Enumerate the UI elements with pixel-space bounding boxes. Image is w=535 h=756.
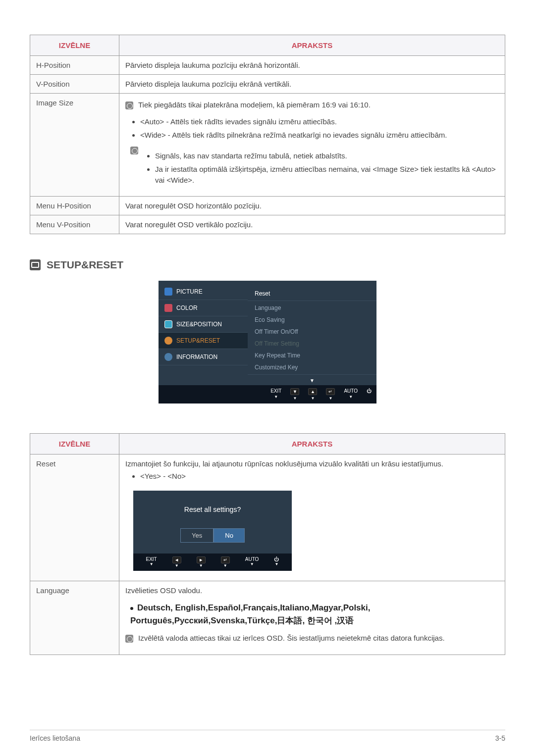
language-desc: Izvēlieties OSD valodu. — [125, 586, 499, 595]
down-button-icon: ▼ — [290, 388, 299, 395]
note-text: Tiek piegādāts tikai platekrāna modeļiem… — [138, 101, 371, 109]
osd-right-item: Customized Key — [248, 361, 376, 373]
osd-menu-item: SIZE&POSITION — [159, 316, 248, 333]
power-icon: ⏻ — [367, 388, 372, 394]
arrow-down-icon: ▼ — [248, 376, 376, 385]
section-heading: SETUP&RESET — [30, 259, 505, 271]
col-header-desc: APRAKSTS — [119, 35, 505, 56]
bullet-list: <Yes> - <No> — [125, 471, 499, 482]
dialog-title: Reset all settings? — [133, 505, 292, 513]
no-button: No — [214, 528, 245, 543]
osd-menu-item: COLOR — [159, 300, 248, 316]
setup-icon — [164, 337, 172, 345]
note-icon — [130, 147, 138, 154]
osd-menu-item: INFORMATION — [159, 349, 248, 365]
auto-label: AUTO — [344, 388, 358, 394]
osd-right-item: Language — [248, 302, 376, 314]
list-item: <Yes> - <No> — [140, 471, 499, 482]
size-icon — [164, 320, 172, 328]
exit-label: EXIT — [146, 556, 157, 562]
table-row: Image Size Tiek piegādāts tikai platekrā… — [30, 94, 505, 197]
page-footer: Ierīces lietošana 3-5 — [30, 730, 505, 742]
footer-right: 3-5 — [495, 734, 505, 742]
table-row: V-Position Pārvieto displeja laukuma poz… — [30, 75, 505, 94]
col-header-desc: APRAKSTS — [119, 433, 505, 454]
row-desc: Tiek piegādāts tikai platekrāna modeļiem… — [119, 94, 505, 197]
row-desc: Varat noregulēt OSD horizontālo pozīciju… — [119, 196, 505, 215]
list-item: <Wide> - Attēls tiek rādīts pilnekrāna r… — [140, 130, 499, 141]
osd-left-panel: PICTURE COLOR SIZE&POSITION SETUP&RESET … — [159, 284, 248, 365]
list-item: Signāls, kas nav standarta režīmu tabulā… — [155, 151, 499, 162]
row-label: Menu V-Position — [30, 215, 119, 234]
row-label: H-Position — [30, 56, 119, 75]
row-desc: Pārvieto displeja laukuma pozīciju ekrān… — [119, 56, 505, 75]
row-label: Language — [30, 581, 119, 655]
osd-right-panel: Reset Language Eco Saving Off Timer On/O… — [248, 284, 376, 385]
osd-right-item: Off Timer Setting — [248, 338, 376, 350]
bullet-icon — [130, 607, 133, 610]
row-desc: Izvēlieties OSD valodu. Deutsch, English… — [119, 581, 505, 655]
bullet-list: <Auto> - Attēls tiek rādīts ievades sign… — [125, 116, 499, 141]
osd-right-item: Eco Saving — [248, 314, 376, 326]
enter-button-icon: ↵ — [326, 388, 335, 395]
picture-icon — [164, 288, 172, 296]
list-item: Ja ir iestatīta optimālā izšķirtspēja, i… — [155, 164, 499, 186]
osd-menu-item-selected: SETUP&RESET — [159, 333, 248, 349]
position-table: IZVĒLNE APRAKSTS H-Position Pārvieto dis… — [30, 35, 505, 234]
osd-bottombar: EXIT▼ ▼▼ ▲▼ ↵▼ AUTO▼ ⏻ — [159, 385, 376, 403]
col-header-menu: IZVĒLNE — [30, 35, 119, 56]
left-button-icon: ◄ — [172, 556, 181, 563]
auto-label: AUTO — [245, 556, 259, 562]
reset-dialog-screenshot: Reset all settings? Yes No EXIT▼ ◄▼ ►▼ ↵… — [133, 491, 292, 571]
row-label: Image Size — [30, 94, 119, 197]
right-button-icon: ► — [197, 556, 206, 563]
row-desc: Pārvieto displeja laukuma pozīciju ekrān… — [119, 75, 505, 94]
enter-button-icon: ↵ — [221, 556, 230, 563]
osd-right-item: Off Timer On/Off — [248, 326, 376, 338]
power-icon: ⏻ — [274, 556, 279, 562]
row-desc: Varat noregulēt OSD vertikālo pozīciju. — [119, 215, 505, 234]
osd-right-item: Key Repeat Time — [248, 350, 376, 361]
settings-icon — [30, 259, 41, 270]
list-item: <Auto> - Attēls tiek rādīts ievades sign… — [140, 116, 499, 128]
color-icon — [164, 304, 172, 312]
note-text: Izvēlētā valoda attiecas tikai uz ierīce… — [138, 634, 445, 642]
heading-text: SETUP&RESET — [47, 259, 123, 271]
col-header-menu: IZVĒLNE — [30, 433, 119, 454]
table-row: H-Position Pārvieto displeja laukuma poz… — [30, 56, 505, 75]
osd-menu-item: PICTURE — [159, 284, 248, 300]
note-icon — [125, 635, 133, 643]
sub-bullet-list: Signāls, kas nav standarta režīmu tabulā… — [143, 149, 499, 188]
note-icon — [125, 101, 133, 109]
dialog-bottombar: EXIT▼ ◄▼ ►▼ ↵▼ AUTO▼ ⏻▼ — [133, 554, 292, 571]
exit-label: EXIT — [270, 388, 281, 394]
row-label: Menu H-Position — [30, 196, 119, 215]
table-row: Menu H-Position Varat noregulēt OSD hori… — [30, 196, 505, 215]
table-row: Reset Izmantojiet šo funkciju, lai atjau… — [30, 454, 505, 581]
setup-reset-table: IZVĒLNE APRAKSTS Reset Izmantojiet šo fu… — [30, 433, 505, 655]
table-row: Language Izvēlieties OSD valodu. Deutsch… — [30, 581, 505, 655]
footer-left: Ierīces lietošana — [30, 734, 80, 742]
row-desc: Izmantojiet šo funkciju, lai atjaunotu r… — [119, 454, 505, 581]
language-list: Deutsch, English,Español,Français,Italia… — [130, 602, 499, 627]
row-label: Reset — [30, 454, 119, 581]
osd-menu-screenshot: PICTURE COLOR SIZE&POSITION SETUP&RESET … — [159, 281, 376, 403]
up-button-icon: ▲ — [308, 388, 317, 395]
osd-right-item: Reset — [248, 288, 376, 300]
info-icon — [164, 353, 172, 361]
row-label: V-Position — [30, 75, 119, 94]
yes-button: Yes — [180, 528, 214, 543]
table-row: Menu V-Position Varat noregulēt OSD vert… — [30, 215, 505, 234]
reset-desc: Izmantojiet šo funkciju, lai atjaunotu r… — [125, 459, 499, 468]
